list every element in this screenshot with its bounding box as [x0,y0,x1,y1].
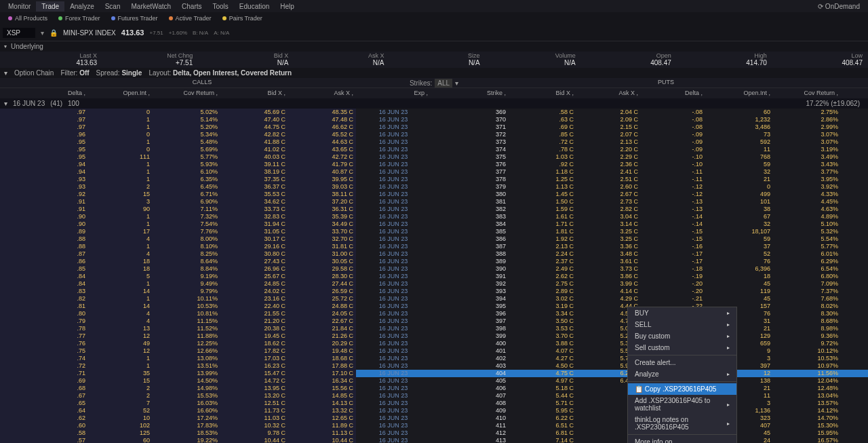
menu-item[interactable]: 📋 Copy .XSP230616P405 [628,383,736,395]
option-row[interactable]: .576019.22%10.44 C10.44 C16 JUN 234137.1… [0,437,868,443]
menu-item[interactable]: SELL▸ [628,319,736,330]
col-openint[interactable]: Open.Int , [88,88,153,98]
menu-item[interactable]: More info on .XSP230616P405▸ [628,436,736,443]
menu-charts[interactable]: Charts [176,1,207,12]
underlying-section[interactable]: ▾ Underlying [0,41,868,52]
col-delta[interactable]: Delta , [0,88,88,98]
option-row[interactable]: .9515.48%41.88 C44.63 C16 JUN 23373.72 C… [0,138,868,146]
ondemand-button[interactable]: ⟳ OnDemand [812,1,865,12]
option-row[interactable]: .691514.50%14.72 C16.34 C16 JUN 234054.9… [0,377,868,385]
col-delta[interactable]: Delta , [641,88,705,98]
menu-trade[interactable]: Trade [36,1,64,12]
menu-item[interactable]: Analyze▸ [628,368,736,380]
option-row[interactable]: .9017.32%32.83 C35.39 C16 JUN 233831.61 … [0,213,868,220]
col-askx[interactable]: Ask X , [288,88,356,98]
toolbar-forex-trader[interactable]: Forex Trader [53,14,106,22]
option-row[interactable]: .9136.90%34.62 C37.20 C16 JUN 233811.50 … [0,198,868,206]
option-row[interactable]: .74113.08%17.03 C18.68 C16 JUN 234024.27… [0,355,868,362]
menu-item[interactable]: Sell custom▸ [628,342,736,353]
filter-value[interactable]: Off [79,69,89,77]
collapse-icon[interactable]: ▾ [4,100,7,107]
bid-na: B: N/A [193,30,208,36]
option-row[interactable]: .91907.11%33.73 C36.31 C16 JUN 233821.59… [0,206,868,213]
strikes-value[interactable]: ALL [435,79,452,88]
menu-item[interactable]: Create alert... [628,357,736,368]
option-row[interactable]: .79411.15%21.20 C22.67 C16 JUN 233973.50… [0,317,868,325]
col-askx[interactable]: Ask X , [576,88,641,98]
menu-item[interactable]: Add .XSP230616P405 to watchlist▸ [628,395,736,414]
layout-value[interactable]: Delta, Open Interest, Covered Return [173,69,292,77]
col-openint[interactable]: Open.Int , [705,88,773,98]
toolbar-all-products[interactable]: All Products [3,14,53,22]
option-row[interactable]: .72113.51%16.23 C17.88 C16 JUN 234034.50… [0,362,868,370]
col-bidx[interactable]: Bid X , [220,88,288,98]
col-bidx[interactable]: Bid X , [509,88,576,98]
option-row[interactable]: .9415.93%39.11 C41.79 C16 JUN 23376.92 C… [0,161,868,168]
menu-monitor[interactable]: Monitor [3,1,36,12]
option-row[interactable]: .82110.11%23.16 C25.72 C16 JUN 233943.02… [0,295,868,303]
cell: 39.95 C [288,176,356,183]
option-row[interactable]: .9605.34%42.82 C45.52 C16 JUN 23372.85 C… [0,131,868,138]
menu-item[interactable]: thinkLog notes on .XSP230616P405▸ [628,414,736,433]
option-row[interactable]: .764912.25%18.62 C20.29 C16 JUN 234003.8… [0,340,868,347]
col-covret[interactable]: Cov Return , [153,88,220,98]
option-row[interactable]: .8419.49%24.85 C27.44 C16 JUN 233922.75 … [0,280,868,288]
option-row[interactable]: .85188.84%26.96 C29.58 C16 JUN 233902.49… [0,265,868,273]
option-row[interactable]: .9715.20%44.75 C46.62 C16 JUN 23371.69 C… [0,123,868,131]
menu-education[interactable]: Education [234,1,275,12]
menu-marketwatch[interactable]: MarketWatch [126,1,177,12]
option-row[interactable]: .9316.35%37.35 C39.95 C16 JUN 233781.25 … [0,176,868,183]
option-row[interactable]: .80410.81%21.55 C24.05 C16 JUN 233963.34… [0,310,868,317]
option-row[interactable]: .645216.60%11.73 C13.32 C16 JUN 234095.9… [0,407,868,415]
option-row[interactable]: .713513.99%15.47 C17.10 C16 JUN 234044.7… [0,370,868,377]
cell: 4.29 C [576,295,641,303]
option-row[interactable]: .781311.52%20.38 C21.84 C16 JUN 233983.5… [0,325,868,332]
option-row[interactable]: .771211.88%19.45 C21.26 C16 JUN 233993.7… [0,332,868,340]
dropdown-icon[interactable]: ▾ [455,79,458,87]
toolbar-active-trader[interactable]: Active Trader [163,14,217,22]
symbol-input[interactable] [3,28,35,38]
option-row[interactable]: .68214.98%13.95 C15.56 C16 JUN 234065.18… [0,385,868,392]
option-row[interactable]: .6010217.83%10.32 C11.89 C16 JUN 234116.… [0,422,868,429]
option-row[interactable]: .751212.66%17.82 C19.48 C16 JUN 234014.0… [0,347,868,355]
option-row[interactable]: .5812518.53%9.78 C11.13 C16 JUN 234126.8… [0,429,868,437]
option-row[interactable]: .9505.69%41.02 C43.65 C16 JUN 23374.78 C… [0,146,868,153]
option-row[interactable]: .621017.24%11.03 C12.65 C16 JUN 234106.2… [0,415,868,422]
option-row[interactable]: .951115.77%40.03 C42.72 C16 JUN 233751.0… [0,153,868,161]
menu-tools[interactable]: Tools [207,1,233,12]
option-row[interactable]: .65716.03%12.51 C14.13 C16 JUN 234085.71… [0,400,868,407]
toolbar-futures-trader[interactable]: Futures Trader [106,14,163,22]
col-covret[interactable]: Cov Return , [773,88,841,98]
option-row[interactable]: .86188.64%27.43 C30.05 C16 JUN 233892.37… [0,258,868,265]
toolbar-pairs-trader[interactable]: Pairs Trader [217,14,268,22]
col-exp[interactable]: Exp , [356,88,431,98]
menu-item[interactable]: BUY▸ [628,307,736,319]
cell: .88 [0,235,88,243]
collapse-icon[interactable]: ▾ [4,43,7,50]
col-strike[interactable]: Strike , [431,88,509,98]
option-row[interactable]: .9715.14%47.40 C47.48 C16 JUN 23370.63 C… [0,116,868,123]
menu-item[interactable]: Buy custom▸ [628,330,736,342]
option-row[interactable]: .67215.53%13.20 C14.85 C16 JUN 234075.44… [0,392,868,400]
option-row[interactable]: .9017.54%31.94 C34.49 C16 JUN 233841.71 … [0,220,868,228]
option-row[interactable]: .8818.10%29.16 C31.81 C16 JUN 233872.13 … [0,243,868,250]
menu-analyze[interactable]: Analyze [64,1,100,12]
option-row[interactable]: .92156.71%35.53 C38.11 C16 JUN 233801.45… [0,191,868,198]
collapse-icon[interactable]: ▾ [4,69,7,77]
option-row[interactable]: .8748.25%30.80 C31.00 C16 JUN 233882.24 … [0,250,868,258]
option-row[interactable]: .8459.19%25.67 C28.30 C16 JUN 233912.62 … [0,273,868,280]
menu-scan[interactable]: Scan [100,1,126,12]
lock-icon[interactable]: 🔒 [50,29,58,37]
expiry-row[interactable]: ▾ 16 JUN 23 (41) 100 17.22% (±19.062) [0,98,868,109]
option-row[interactable]: .83149.79%24.02 C26.59 C16 JUN 233932.89… [0,288,868,295]
option-row[interactable]: .811410.53%22.40 C24.88 C16 JUN 233953.1… [0,303,868,310]
menu-help[interactable]: Help [275,1,300,12]
option-row[interactable]: .89177.76%31.05 C33.70 C16 JUN 233851.81… [0,228,868,235]
dropdown-icon[interactable]: ▾ [41,29,44,37]
option-row[interactable]: .9705.02%45.69 C48.35 C16 JUN 23369.58 C… [0,109,868,116]
option-row[interactable]: .9416.10%38.19 C40.87 C16 JUN 233771.18 … [0,168,868,176]
context-menu[interactable]: BUY▸SELL▸Buy custom▸Sell custom▸Create a… [627,307,737,443]
option-row[interactable]: .9326.45%36.37 C39.03 C16 JUN 233791.13 … [0,183,868,191]
option-row[interactable]: .8848.00%30.17 C32.70 C16 JUN 233861.92 … [0,235,868,243]
spread-value[interactable]: Single [121,69,142,77]
